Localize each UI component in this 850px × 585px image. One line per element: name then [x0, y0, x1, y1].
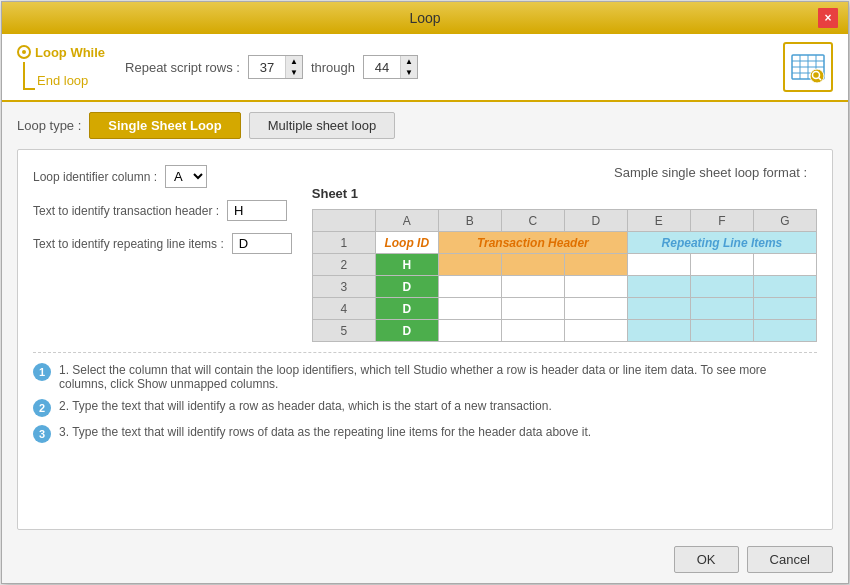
- cell-orange-2b: [438, 254, 501, 276]
- instr-text-2: 2. Type the text that will identify a ro…: [59, 399, 552, 413]
- loop-dialog: Loop × Loop While End loop: [1, 1, 849, 584]
- loop-identifier-row: Loop identifier column : ABC: [33, 165, 292, 188]
- sheet-label: Sheet 1: [312, 186, 817, 201]
- fields-and-table: Loop identifier column : ABC Text to ide…: [33, 165, 817, 342]
- cell-d-5: D: [375, 320, 438, 342]
- repeat-from-input-wrap: ▲ ▼: [248, 55, 303, 79]
- cell-blue-3e: [627, 276, 690, 298]
- fields-section: Loop identifier column : ABC Text to ide…: [33, 165, 292, 342]
- repeat-from-spinners: ▲ ▼: [285, 56, 302, 78]
- bottom-bar: OK Cancel: [2, 540, 848, 583]
- main-content: Loop identifier column : ABC Text to ide…: [17, 149, 833, 530]
- instruction-3: 3 3. Type the text that will identify ro…: [33, 425, 817, 443]
- titlebar: Loop ×: [2, 2, 848, 34]
- repeat-from-down[interactable]: ▼: [286, 67, 302, 78]
- loop-bracket: Loop While End loop: [17, 45, 105, 90]
- col-header-f: F: [690, 210, 753, 232]
- text-header-input[interactable]: [227, 200, 287, 221]
- loop-icon: [790, 49, 826, 85]
- end-loop-label: End loop: [37, 73, 88, 88]
- instr-text-1: 1. Select the column that will contain t…: [59, 363, 817, 391]
- row-num-5: 5: [312, 320, 375, 342]
- text-header-label: Text to identify transaction header :: [33, 204, 219, 218]
- repeat-label: Repeat script rows :: [125, 60, 240, 75]
- cell-blue-4e: [627, 298, 690, 320]
- row-num-2: 2: [312, 254, 375, 276]
- row-num-4: 4: [312, 298, 375, 320]
- repeat-from-input[interactable]: [249, 59, 285, 76]
- loop-identifier-select[interactable]: ABC: [166, 166, 206, 187]
- cell-transaction-header: Transaction Header: [438, 232, 627, 254]
- table-row: 1 Loop ID Transaction Header Repeating L…: [312, 232, 816, 254]
- icon-area: [783, 42, 833, 92]
- cell-5d: [564, 320, 627, 342]
- cell-3b: [438, 276, 501, 298]
- col-header-empty: [312, 210, 375, 232]
- cell-2g: [753, 254, 816, 276]
- repeat-to-input-wrap: ▲ ▼: [363, 55, 418, 79]
- cell-orange-2d: [564, 254, 627, 276]
- col-header-a: A: [375, 210, 438, 232]
- ok-button[interactable]: OK: [674, 546, 739, 573]
- through-label: through: [311, 60, 355, 75]
- loop-identifier-select-wrap: ABC: [165, 165, 207, 188]
- cell-loop-id: Loop ID: [375, 232, 438, 254]
- loop-identifier-label: Loop identifier column :: [33, 170, 157, 184]
- loop-while-label: Loop While: [35, 45, 105, 60]
- cell-2e: [627, 254, 690, 276]
- cell-4b: [438, 298, 501, 320]
- single-sheet-tab[interactable]: Single Sheet Loop: [89, 112, 240, 139]
- cell-h-2: H: [375, 254, 438, 276]
- text-header-row: Text to identify transaction header :: [33, 200, 292, 221]
- instr-num-2: 2: [33, 399, 51, 417]
- cell-2f: [690, 254, 753, 276]
- text-line-items-input[interactable]: [232, 233, 292, 254]
- cell-3d: [564, 276, 627, 298]
- cell-4c: [501, 298, 564, 320]
- col-header-c: C: [501, 210, 564, 232]
- cell-orange-2c: [501, 254, 564, 276]
- repeat-to-spinners: ▲ ▼: [400, 56, 417, 78]
- cell-d-4: D: [375, 298, 438, 320]
- cell-5c: [501, 320, 564, 342]
- loop-while-icon: [17, 45, 31, 59]
- table-row: 2 H: [312, 254, 816, 276]
- close-button[interactable]: ×: [818, 8, 838, 28]
- tabs-row: Loop type : Single Sheet Loop Multiple s…: [2, 102, 848, 149]
- repeat-row: Repeat script rows : ▲ ▼ through ▲ ▼: [125, 55, 763, 79]
- instruction-2: 2 2. Type the text that will identify a …: [33, 399, 817, 417]
- text-line-items-label: Text to identify repeating line items :: [33, 237, 224, 251]
- multiple-sheet-tab[interactable]: Multiple sheet loop: [249, 112, 395, 139]
- cell-blue-5g: [753, 320, 816, 342]
- cell-blue-3g: [753, 276, 816, 298]
- instr-num-3: 3: [33, 425, 51, 443]
- table-section: Sample single sheet loop format : Sheet …: [312, 165, 817, 342]
- cell-blue-5f: [690, 320, 753, 342]
- loop-icon-box: [783, 42, 833, 92]
- cell-3c: [501, 276, 564, 298]
- cell-blue-4f: [690, 298, 753, 320]
- cell-repeating-items: Repeating Line Items: [627, 232, 816, 254]
- instr-num-1: 1: [33, 363, 51, 381]
- instr-text-3: 3. Type the text that will identify rows…: [59, 425, 591, 439]
- col-header-d: D: [564, 210, 627, 232]
- col-header-e: E: [627, 210, 690, 232]
- cell-d-3: D: [375, 276, 438, 298]
- repeat-to-down[interactable]: ▼: [401, 67, 417, 78]
- cancel-button[interactable]: Cancel: [747, 546, 833, 573]
- cell-4d: [564, 298, 627, 320]
- header-section: Loop While End loop Repeat script rows :…: [2, 34, 848, 102]
- row-num-3: 3: [312, 276, 375, 298]
- table-row: 5 D: [312, 320, 816, 342]
- instructions-section: 1 1. Select the column that will contain…: [33, 352, 817, 443]
- cell-blue-4g: [753, 298, 816, 320]
- table-row: 4 D: [312, 298, 816, 320]
- cell-5b: [438, 320, 501, 342]
- text-line-items-row: Text to identify repeating line items :: [33, 233, 292, 254]
- dialog-title: Loop: [32, 10, 818, 26]
- repeat-to-input[interactable]: [364, 59, 400, 76]
- loop-type-label: Loop type :: [17, 118, 81, 133]
- repeat-to-up[interactable]: ▲: [401, 56, 417, 67]
- repeat-from-up[interactable]: ▲: [286, 56, 302, 67]
- row-num-1: 1: [312, 232, 375, 254]
